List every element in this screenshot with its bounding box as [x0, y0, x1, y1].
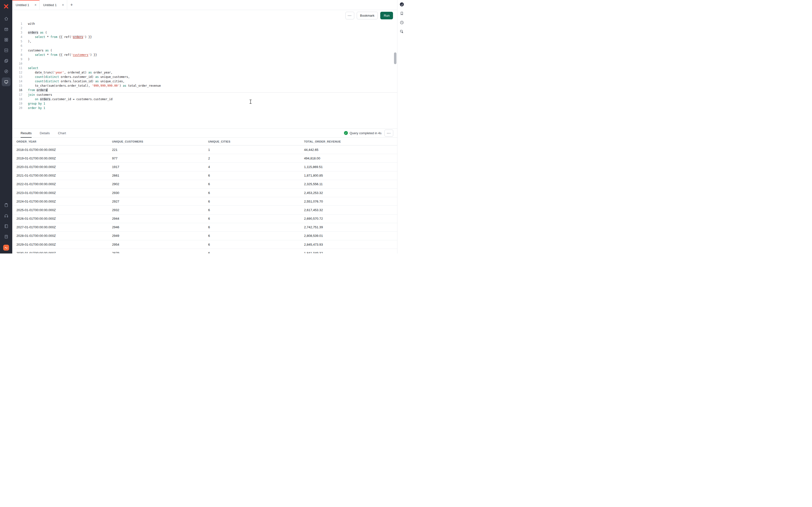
table-cell[interactable]: 2946 — [112, 225, 208, 229]
code-line[interactable]: 1with — [12, 21, 397, 26]
code-line[interactable]: 20order by 1 — [12, 106, 397, 110]
nav-calculator-icon[interactable] — [2, 232, 10, 241]
table-cell[interactable]: 2930 — [112, 191, 208, 195]
code-line[interactable]: 17join customers — [12, 93, 397, 97]
inspect-cursor-icon[interactable] — [399, 29, 405, 34]
table-cell[interactable]: 6 — [208, 234, 304, 238]
table-row[interactable]: 2024-01-01T00:00:00.000Z292762,551,076.7… — [12, 197, 397, 206]
table-cell[interactable]: 2030-01-01T00:00:00.000Z — [16, 251, 112, 253]
nav-windows-icon[interactable] — [2, 56, 10, 65]
table-row[interactable]: 2027-01-01T00:00:00.000Z294662,742,751.3… — [12, 223, 397, 232]
table-cell[interactable]: 6 — [208, 174, 304, 177]
table-row[interactable]: 2029-01-01T00:00:00.000Z295462,845,473.9… — [12, 240, 397, 249]
table-cell[interactable]: 2,551,076.70 — [304, 200, 397, 203]
table-cell[interactable]: 2,453,253.32 — [304, 191, 397, 195]
table-cell[interactable]: 6 — [208, 200, 304, 203]
table-cell[interactable]: 2,617,453.32 — [304, 208, 397, 212]
assistant-icon[interactable] — [399, 2, 405, 7]
table-row[interactable]: 2026-01-01T00:00:00.000Z294462,690,570.7… — [12, 215, 397, 223]
table-row[interactable]: 2023-01-01T00:00:00.000Z293062,453,253.3… — [12, 188, 397, 197]
editor-more-button[interactable]: ··· — [346, 12, 354, 19]
table-cell[interactable]: 2019-01-01T00:00:00.000Z — [16, 157, 112, 160]
nav-code-file-icon[interactable] — [2, 46, 10, 55]
table-cell[interactable]: 1,115,869.51 — [304, 165, 397, 169]
table-row[interactable]: 2020-01-01T00:00:00.000Z191741,115,869.5… — [12, 163, 397, 171]
code-line[interactable]: 10 — [12, 61, 397, 66]
table-cell[interactable]: 2023-01-01T00:00:00.000Z — [16, 191, 112, 195]
nav-clipboard-icon[interactable] — [2, 201, 10, 210]
table-cell[interactable]: 2027-01-01T00:00:00.000Z — [16, 225, 112, 229]
table-cell[interactable]: 2902 — [112, 182, 208, 186]
table-cell[interactable]: 2927 — [112, 200, 208, 203]
code-line[interactable]: 9) — [12, 57, 397, 61]
table-cell[interactable]: 44,442.65 — [304, 148, 397, 152]
table-cell[interactable]: 2661 — [112, 174, 208, 177]
column-header[interactable]: ORDER_YEAR — [16, 140, 112, 143]
results-tab-details[interactable]: Details — [40, 128, 50, 137]
nav-home-icon[interactable] — [2, 14, 10, 23]
nav-inbox-icon[interactable] — [2, 25, 10, 34]
table-cell[interactable]: 6 — [208, 182, 304, 186]
table-cell[interactable]: 2018-01-01T00:00:00.000Z — [16, 148, 112, 152]
sql-editor[interactable]: 1with23orders as (4 select * from {{ ref… — [12, 21, 397, 128]
code-line[interactable]: 18 on orders.customer_id = customers.cus… — [12, 97, 397, 101]
tab-close-icon[interactable]: × — [61, 3, 64, 7]
table-cell[interactable]: 6 — [208, 251, 304, 253]
app-logo-icon[interactable] — [3, 3, 9, 10]
nav-notebook-icon[interactable] — [2, 222, 10, 230]
table-cell[interactable]: 6 — [208, 217, 304, 220]
table-cell[interactable]: 4 — [208, 165, 304, 169]
tab-close-icon[interactable]: × — [34, 3, 37, 7]
code-line[interactable]: 13 count(distinct orders.customer_id) as… — [12, 75, 397, 79]
table-cell[interactable]: 2020-01-01T00:00:00.000Z — [16, 165, 112, 169]
table-cell[interactable]: 2029-01-01T00:00:00.000Z — [16, 243, 112, 246]
code-line[interactable]: 4 select * from {{ ref('orders') }} — [12, 35, 397, 39]
bookmark-icon[interactable] — [399, 11, 405, 16]
table-cell[interactable]: 494,818.00 — [304, 157, 397, 160]
table-cell[interactable]: 2024-01-01T00:00:00.000Z — [16, 200, 112, 203]
table-row[interactable]: 2025-01-01T00:00:00.000Z293262,617,453.3… — [12, 206, 397, 214]
table-row[interactable]: 2019-01-01T00:00:00.000Z9772494,818.00 — [12, 154, 397, 163]
table-row[interactable]: 2028-01-01T00:00:00.000Z294962,808,539.0… — [12, 232, 397, 240]
table-cell[interactable]: 2,325,556.11 — [304, 182, 397, 186]
new-tab-button[interactable]: + — [67, 0, 76, 10]
table-cell[interactable]: 2 — [208, 157, 304, 160]
code-line[interactable]: 11select — [12, 66, 397, 70]
column-header[interactable]: UNIQUE_CITIES — [208, 140, 304, 143]
table-cell[interactable]: 1,871,800.85 — [304, 174, 397, 177]
results-more-button[interactable]: ··· — [385, 129, 393, 137]
workspace-avatar[interactable] — [3, 245, 9, 250]
table-cell[interactable]: 6 — [208, 191, 304, 195]
column-header[interactable]: UNIQUE_CUSTOMERS — [112, 140, 208, 143]
table-cell[interactable]: 2879 — [112, 251, 208, 253]
editor-tab[interactable]: Untitled 1× — [40, 0, 67, 10]
table-cell[interactable]: 2025-01-01T00:00:00.000Z — [16, 208, 112, 212]
bookmark-button[interactable]: Bookmark — [357, 12, 378, 19]
column-header[interactable]: TOTAL_ORDER_REVENUE — [304, 140, 397, 143]
table-row[interactable]: 2021-01-01T00:00:00.000Z266161,871,800.8… — [12, 171, 397, 180]
results-tab-chart[interactable]: Chart — [58, 128, 66, 137]
table-cell[interactable]: 977 — [112, 157, 208, 160]
table-cell[interactable]: 1,841,049.32 — [304, 251, 397, 253]
table-row[interactable]: 2018-01-01T00:00:00.000Z221144,442.65 — [12, 146, 397, 154]
code-line[interactable]: 7customers as ( — [12, 48, 397, 53]
table-cell[interactable]: 2021-01-01T00:00:00.000Z — [16, 174, 112, 177]
code-line[interactable]: 8 select * from {{ ref('customers') }} — [12, 53, 397, 57]
table-cell[interactable]: 2954 — [112, 243, 208, 246]
run-button[interactable]: Run — [380, 12, 393, 19]
table-cell[interactable]: 1 — [208, 148, 304, 152]
history-clock-icon[interactable] — [399, 20, 405, 25]
table-cell[interactable]: 2,808,539.01 — [304, 234, 397, 238]
table-cell[interactable]: 1917 — [112, 165, 208, 169]
table-cell[interactable]: 6 — [208, 208, 304, 212]
code-line[interactable]: 16from orders — [12, 88, 397, 92]
results-tab-results[interactable]: Results — [20, 128, 32, 137]
table-cell[interactable]: 2,742,751.39 — [304, 225, 397, 229]
code-line[interactable]: 19group by 1 — [12, 101, 397, 106]
table-cell[interactable]: 2,845,473.93 — [304, 243, 397, 246]
table-cell[interactable]: 2944 — [112, 217, 208, 220]
table-cell[interactable]: 6 — [208, 225, 304, 229]
nav-apps-grid-icon[interactable] — [2, 35, 10, 44]
editor-tab[interactable]: Untitled 1× — [12, 0, 40, 10]
table-cell[interactable]: 2028-01-01T00:00:00.000Z — [16, 234, 112, 238]
